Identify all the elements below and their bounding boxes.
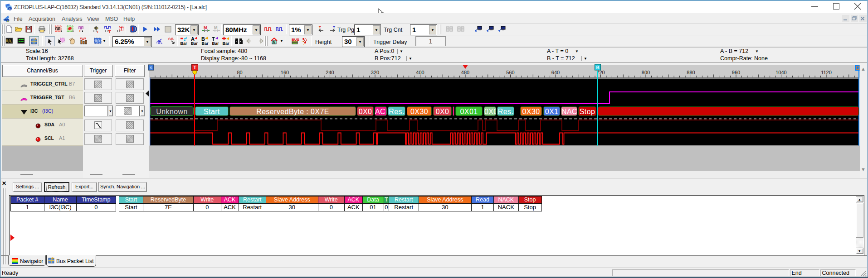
svg-text:640: 640	[551, 70, 560, 75]
svg-text:M: M	[204, 25, 207, 30]
svg-text:M: M	[214, 25, 218, 30]
svg-text:160: 160	[281, 70, 289, 75]
svg-text:N: N	[273, 41, 275, 44]
svg-text:880: 880	[687, 70, 695, 75]
svg-text:400: 400	[416, 70, 424, 75]
svg-text:G: G	[9, 7, 11, 10]
svg-text:1120: 1120	[821, 70, 832, 75]
svg-text:960: 960	[732, 70, 740, 75]
svg-text:1040: 1040	[775, 70, 786, 75]
svg-text:560: 560	[506, 70, 514, 75]
svg-text:B: B	[596, 65, 599, 70]
svg-text:240: 240	[326, 70, 334, 75]
svg-text:T: T	[97, 30, 99, 33]
svg-text:G: G	[7, 19, 9, 22]
svg-text:T: T	[120, 26, 123, 31]
svg-text:B: B	[201, 36, 205, 41]
svg-text:T: T	[193, 65, 196, 70]
svg-text:s: s	[150, 65, 152, 70]
svg-text:800: 800	[642, 70, 650, 75]
svg-text:320: 320	[371, 70, 379, 75]
svg-text:80: 80	[237, 70, 242, 75]
svg-text:480: 480	[461, 70, 469, 75]
svg-text:T: T	[212, 36, 215, 41]
svg-text:T: T	[108, 29, 111, 33]
svg-text:A: A	[191, 36, 195, 41]
svg-text:T: T	[319, 25, 321, 29]
svg-text:T: T	[333, 25, 335, 29]
